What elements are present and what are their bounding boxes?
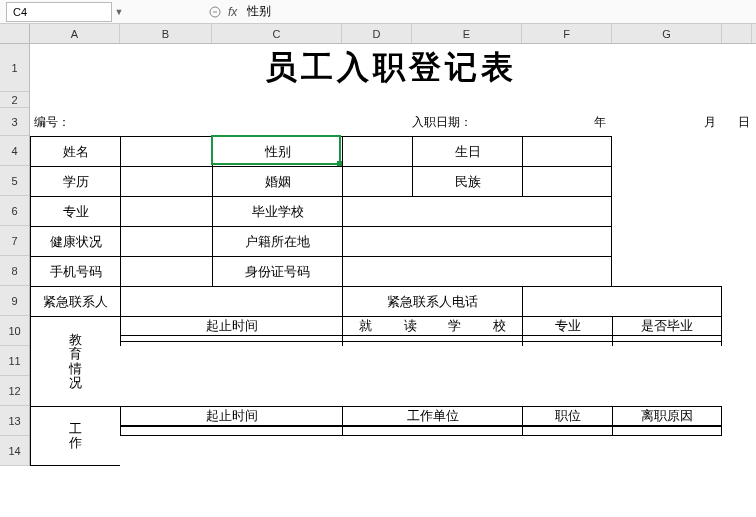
label-work-position: 职位 xyxy=(522,406,612,426)
field-edu-period-2[interactable] xyxy=(120,341,342,347)
row-header-4[interactable]: 4 xyxy=(0,136,29,166)
row-header-6[interactable]: 6 xyxy=(0,196,29,226)
label-edu-history: 教育情况 xyxy=(30,316,120,406)
field-ethnic[interactable] xyxy=(522,166,612,196)
label-edu-grad: 是否毕业 xyxy=(612,316,722,335)
row-header-9[interactable]: 9 xyxy=(0,286,29,316)
label-number: 编号： xyxy=(30,114,120,131)
field-edu-major-2[interactable] xyxy=(522,341,612,347)
label-entry-date: 入职日期： xyxy=(412,114,522,131)
row-header-3[interactable]: 3 xyxy=(0,108,29,136)
row-header-8[interactable]: 8 xyxy=(0,256,29,286)
fx-icon[interactable]: fx xyxy=(228,5,237,19)
sheet-content[interactable]: 员工入职登记表 编号： 入职日期： 年 月 日 姓名 性别 生日 xyxy=(30,44,752,466)
label-work-history: 工作 xyxy=(30,406,120,466)
row-header-14[interactable]: 14 xyxy=(0,436,29,466)
row-header-12[interactable]: 12 xyxy=(0,376,29,406)
formula-bar: C4 ▼ fx 性别 xyxy=(0,0,756,24)
label-major: 专业 xyxy=(30,196,120,226)
col-header-a[interactable]: A xyxy=(30,24,120,43)
field-phone[interactable] xyxy=(120,256,212,286)
cell-reference-box[interactable]: C4 xyxy=(6,2,112,22)
label-day: 日 xyxy=(722,114,752,131)
label-marriage: 婚姻 xyxy=(212,166,342,196)
cancel-icon[interactable] xyxy=(206,6,224,18)
formula-input[interactable]: 性别 xyxy=(241,2,756,22)
label-huji: 户籍所在地 xyxy=(212,226,342,256)
field-edu-grad-2[interactable] xyxy=(612,341,722,347)
header-row: 编号： 入职日期： 年 月 日 xyxy=(30,108,752,136)
label-grad-school: 毕业学校 xyxy=(212,196,342,226)
label-work-company: 工作单位 xyxy=(342,406,522,426)
cell-reference-value: C4 xyxy=(13,6,27,18)
label-work-period: 起止时间 xyxy=(120,406,342,426)
row-header-5[interactable]: 5 xyxy=(0,166,29,196)
row-header-10[interactable]: 10 xyxy=(0,316,29,346)
field-contact[interactable] xyxy=(120,286,342,316)
form-title: 员工入职登记表 xyxy=(30,44,752,92)
label-gender: 性别 xyxy=(212,136,342,166)
field-work-period-1[interactable] xyxy=(120,426,342,436)
col-header-d[interactable]: D xyxy=(342,24,412,43)
field-major[interactable] xyxy=(120,196,212,226)
field-work-company-1[interactable] xyxy=(342,426,522,436)
cell-ref-dropdown[interactable]: ▼ xyxy=(112,7,126,17)
field-idno[interactable] xyxy=(342,256,612,286)
col-header-g[interactable]: G xyxy=(612,24,722,43)
field-work-position-1[interactable] xyxy=(522,426,612,436)
field-education[interactable] xyxy=(120,166,212,196)
label-ethnic: 民族 xyxy=(412,166,522,196)
col-header-f[interactable]: F xyxy=(522,24,612,43)
field-huji[interactable] xyxy=(342,226,612,256)
form-table: 姓名 性别 生日 学历 婚姻 民族 专业 xyxy=(30,136,752,436)
label-edu-school: 就 读 学 校 xyxy=(342,316,522,335)
col-header-b[interactable]: B xyxy=(120,24,212,43)
row-header-7[interactable]: 7 xyxy=(0,226,29,256)
col-header-blank[interactable] xyxy=(722,24,752,43)
label-work-reason: 离职原因 xyxy=(612,406,722,426)
label-education: 学历 xyxy=(30,166,120,196)
field-gender[interactable] xyxy=(342,136,412,166)
row-headers: 1 2 3 4 5 6 7 8 9 10 11 12 13 14 xyxy=(0,44,30,466)
label-month: 月 xyxy=(612,114,722,131)
label-contact: 紧急联系人 xyxy=(30,286,120,316)
label-contact-phone: 紧急联系人电话 xyxy=(342,286,522,316)
select-all-corner[interactable] xyxy=(0,24,30,43)
field-work-reason-1[interactable] xyxy=(612,426,722,436)
field-marriage[interactable] xyxy=(342,166,412,196)
column-headers: A B C D E F G xyxy=(0,24,756,44)
col-header-e[interactable]: E xyxy=(412,24,522,43)
row-header-2[interactable]: 2 xyxy=(0,92,29,108)
label-year: 年 xyxy=(522,114,612,131)
field-edu-school-2[interactable] xyxy=(342,341,522,347)
label-name: 姓名 xyxy=(30,136,120,166)
row-header-13[interactable]: 13 xyxy=(0,406,29,436)
field-birth[interactable] xyxy=(522,136,612,166)
label-edu-major: 专业 xyxy=(522,316,612,335)
row-header-1[interactable]: 1 xyxy=(0,44,29,92)
blank-row xyxy=(30,92,752,108)
formula-value: 性别 xyxy=(247,3,271,20)
row-header-11[interactable]: 11 xyxy=(0,346,29,376)
field-health[interactable] xyxy=(120,226,212,256)
field-grad-school[interactable] xyxy=(342,196,612,226)
spreadsheet-grid: A B C D E F G 1 2 3 4 5 6 7 8 9 10 11 12… xyxy=(0,24,756,466)
label-phone: 手机号码 xyxy=(30,256,120,286)
label-edu-period: 起止时间 xyxy=(120,316,342,335)
field-name[interactable] xyxy=(120,136,212,166)
label-idno: 身份证号码 xyxy=(212,256,342,286)
label-health: 健康状况 xyxy=(30,226,120,256)
col-header-c[interactable]: C xyxy=(212,24,342,43)
field-contact-phone[interactable] xyxy=(522,286,722,316)
label-birth: 生日 xyxy=(412,136,522,166)
